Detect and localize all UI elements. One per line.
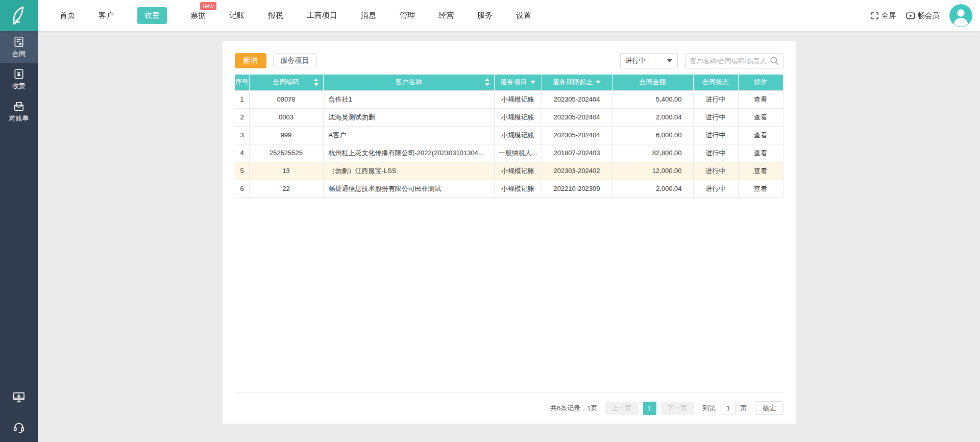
search-input[interactable]: [690, 57, 770, 65]
column-label: 合同编码: [273, 78, 300, 87]
column-label: 合同金额: [640, 78, 666, 87]
cell-customer-name: A客户: [323, 126, 494, 144]
sidebar: 合同收费对账单: [0, 31, 38, 442]
column-label: 合同状态: [702, 78, 729, 87]
service-items-button[interactable]: 服务项目: [273, 53, 317, 68]
nav-item-invoices[interactable]: 票据new: [179, 0, 217, 31]
sidebar-item-contracts[interactable]: 合同: [0, 31, 38, 63]
cell-contract-amount: 2,000.04: [612, 180, 693, 198]
cell-contract-code: 999: [249, 126, 323, 144]
nav-item-customers[interactable]: 客户: [87, 0, 126, 31]
cell-action: 查看: [738, 90, 783, 108]
cell-service-item: 一般纳税人...: [494, 144, 542, 162]
current-page-button[interactable]: 1: [643, 402, 656, 415]
search-icon[interactable]: [770, 56, 779, 65]
cell-seq: 4: [235, 144, 249, 162]
client-download-icon[interactable]: [12, 391, 26, 404]
cell-contract-amount: 82,800.00: [612, 144, 693, 162]
filter-caret-icon[interactable]: [596, 81, 601, 84]
cell-service-period: 202305-202404: [542, 90, 612, 108]
cell-contract-status: 进行中: [693, 162, 738, 180]
goto-page-input[interactable]: [721, 402, 736, 414]
member-label: 畅会员: [918, 11, 939, 20]
sidebar-item-label: 收费: [12, 82, 26, 91]
member-button[interactable]: 畅会员: [906, 11, 939, 20]
nav-item-label: 设置: [516, 7, 531, 24]
user-avatar[interactable]: [949, 4, 972, 27]
sidebar-item-label: 合同: [12, 50, 26, 59]
cell-action: 查看: [738, 108, 783, 126]
nav-item-settings[interactable]: 设置: [504, 0, 543, 31]
fullscreen-button[interactable]: 全屏: [871, 11, 896, 20]
view-link[interactable]: 查看: [754, 185, 767, 192]
nav-item-label: 管理: [400, 7, 415, 24]
nav-item-services[interactable]: 服务: [465, 0, 504, 31]
nav-item-home[interactable]: 首页: [48, 0, 87, 31]
sort-icon[interactable]: [314, 79, 318, 86]
cell-service-period: 202303-202402: [542, 162, 612, 180]
status-filter-value: 进行中: [626, 56, 646, 65]
table-row[interactable]: 20003沈海英测试勿删小规模记账202305-2024042,000.04进行…: [235, 108, 783, 126]
cell-contract-status: 进行中: [693, 108, 738, 126]
page-unit-label: 页: [741, 404, 747, 413]
nav-item-label: 消息: [361, 7, 376, 24]
column-header[interactable]: 合同编码: [249, 75, 323, 90]
table-row[interactable]: 100078合作社1小规模记账202305-2024045,400.00进行中查…: [235, 90, 783, 108]
app-logo[interactable]: [0, 0, 38, 31]
nav-item-label: 首页: [60, 7, 75, 24]
cell-customer-name: （勿删）江西服宝-LSS: [323, 162, 494, 180]
cell-service-item: 小规模记账: [494, 162, 542, 180]
column-header[interactable]: 服务项目: [494, 75, 542, 90]
view-link[interactable]: 查看: [754, 149, 767, 157]
view-link[interactable]: 查看: [754, 113, 767, 121]
chevron-down-icon: [667, 59, 672, 62]
nav-item-label: 工商项目: [307, 7, 337, 24]
cell-action: 查看: [738, 126, 783, 144]
cell-service-item: 小规模记账: [494, 180, 542, 198]
goto-confirm-button[interactable]: 确定: [756, 401, 783, 415]
cell-seq: 6: [235, 180, 249, 198]
cell-contract-status: 进行中: [693, 180, 738, 198]
table-row[interactable]: 622畅捷通信息技术股份有限公司民非测试小规模记账202210-2023092,…: [235, 180, 783, 198]
nav-item-label: 记账: [229, 7, 244, 24]
contracts-table: 序号合同编码客户名称服务项目服务期限起止合同金额合同状态操作 100078合作社…: [235, 75, 783, 198]
sidebar-item-fees[interactable]: 收费: [0, 63, 38, 95]
add-contract-button[interactable]: 新增: [235, 53, 266, 68]
view-link[interactable]: 查看: [754, 131, 767, 139]
status-filter-select[interactable]: 进行中: [620, 53, 678, 68]
cell-customer-name: 杭州杠上花文化传播有限公司-2022(202303101304...: [323, 144, 494, 162]
nav-item-tax-filing[interactable]: 报税: [256, 0, 295, 31]
filter-caret-icon[interactable]: [530, 81, 535, 84]
nav-item-business-projects[interactable]: 工商项目: [295, 0, 349, 31]
sidebar-item-statements[interactable]: 对账单: [0, 95, 38, 128]
nav-item-fees[interactable]: 收费: [126, 0, 179, 31]
column-label: 操作: [754, 78, 767, 87]
view-link[interactable]: 查看: [754, 167, 767, 175]
next-page-button[interactable]: 下一页: [661, 402, 694, 415]
column-header[interactable]: 服务期限起止: [542, 75, 612, 90]
sidebar-item-label: 对账单: [9, 114, 29, 123]
table-row[interactable]: 4252525525杭州杠上花文化传播有限公司-2022(20230310130…: [235, 144, 783, 162]
sort-icon[interactable]: [485, 79, 489, 86]
nav-item-label: 客户: [99, 7, 114, 24]
nav-item-messages[interactable]: 消息: [349, 0, 388, 31]
sidebar-bottom: [0, 391, 38, 442]
cell-action: 查看: [738, 162, 783, 180]
customer-service-icon[interactable]: [12, 421, 26, 434]
contracts-icon: [13, 36, 25, 48]
nav-item-bookkeeping[interactable]: 记账: [217, 0, 256, 31]
statements-icon: [13, 100, 25, 112]
column-header[interactable]: 客户名称: [323, 75, 494, 90]
prev-page-button[interactable]: 上一页: [605, 402, 639, 415]
cell-service-period: 201807-202403: [542, 144, 612, 162]
table-row[interactable]: 513（勿删）江西服宝-LSS小规模记账202303-20240212,000.…: [235, 162, 783, 180]
nav-item-management[interactable]: 管理: [388, 0, 427, 31]
top-bar: 首页客户收费票据new记账报税工商项目消息管理经营服务设置 全屏 畅会员: [0, 0, 980, 31]
nav-item-operations[interactable]: 经营: [427, 0, 465, 31]
cell-seq: 2: [235, 108, 249, 126]
column-header: 序号: [235, 75, 249, 90]
view-link[interactable]: 查看: [754, 95, 767, 103]
pagination: 共6条记录，1页 上一页 1 下一页 到第 页 确定: [235, 392, 783, 424]
table-row[interactable]: 3999A客户小规模记账202305-2024046,000.00进行中查看: [235, 126, 783, 144]
cell-contract-amount: 6,000.00: [612, 126, 693, 144]
